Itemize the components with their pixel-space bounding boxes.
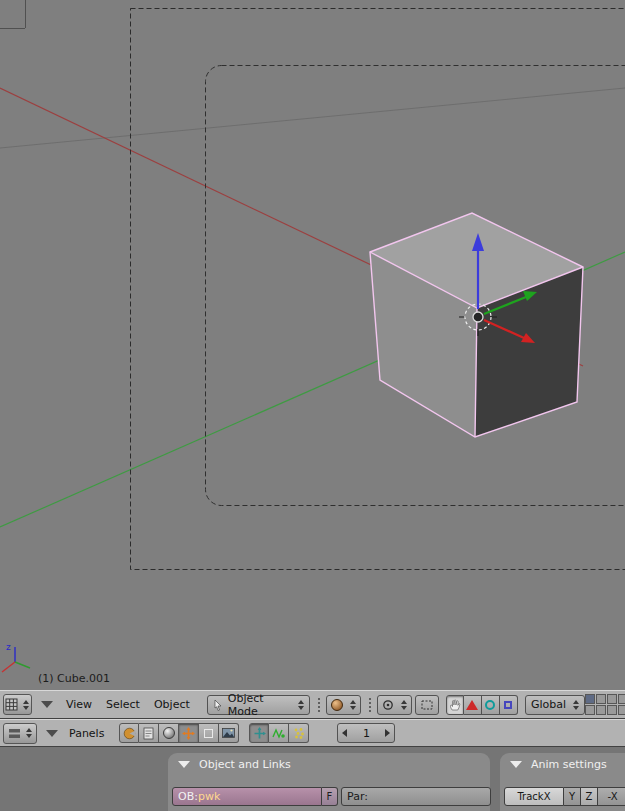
- active-object-info: (1) Cube.001: [38, 672, 110, 685]
- header-grip2[interactable]: [368, 697, 372, 712]
- anim-panel-row: TrackX Y Z -X: [504, 787, 625, 806]
- editor-type-arrows2: [26, 728, 32, 738]
- ob-prefix: OB:: [178, 790, 198, 803]
- 3d-viewport[interactable]: z (1) Cube.001: [0, 0, 625, 690]
- gizmo-y-axis: [15, 662, 30, 668]
- translate-manipulator-button[interactable]: [464, 695, 482, 715]
- panel-collapse-icon[interactable]: [178, 761, 190, 768]
- layers-widget: [585, 694, 625, 715]
- particles-subcontext-icon: [293, 727, 305, 739]
- draw-type-icon: [331, 699, 343, 711]
- editing-context-button[interactable]: [199, 723, 219, 743]
- scene-context-button[interactable]: [219, 723, 239, 743]
- script-context-icon: [143, 727, 154, 740]
- buttons-header: Panels: [0, 719, 625, 747]
- object-context-button[interactable]: [179, 723, 199, 743]
- context-button-group: [119, 723, 239, 743]
- fake-user-button[interactable]: F: [322, 787, 338, 806]
- layer-button[interactable]: [596, 694, 606, 704]
- frame-stepper[interactable]: 1: [337, 723, 395, 743]
- header-grip[interactable]: [317, 697, 321, 712]
- track-x-button[interactable]: TrackX: [504, 787, 564, 806]
- manipulator-hand-icon: [449, 698, 461, 711]
- object-subcontext-button[interactable]: [249, 723, 269, 743]
- layer-button[interactable]: [618, 705, 625, 715]
- layer-button[interactable]: [585, 705, 595, 715]
- layer-button[interactable]: [618, 694, 625, 704]
- grid-line: [0, 88, 625, 148]
- track-negx-button[interactable]: -X: [598, 787, 625, 806]
- draw-type-selector[interactable]: [326, 695, 361, 715]
- ob-name-field[interactable]: OB:pwk: [172, 787, 322, 806]
- editor-buttons-icon: [8, 727, 21, 740]
- menu-select[interactable]: Select: [99, 698, 147, 711]
- rotate-manipulator-button[interactable]: [482, 695, 500, 715]
- layer-button[interactable]: [585, 694, 595, 704]
- editor-3dview-icon: [5, 698, 18, 711]
- manipulator-toggle-group: [446, 695, 518, 715]
- object-and-links-panel: Object and Links OB:pwk F Par:: [168, 753, 490, 811]
- anim-panel-title: Anim settings: [531, 758, 607, 771]
- editor-type-arrows: [23, 700, 29, 710]
- menu-object[interactable]: Object: [147, 698, 197, 711]
- ob-value: pwk: [198, 790, 220, 803]
- mode-selector-label: Object Mode: [228, 692, 291, 718]
- layer-button[interactable]: [596, 705, 606, 715]
- orientation-selector-label: Global: [531, 698, 566, 711]
- pivot-icon: [382, 699, 394, 711]
- editor-type-button[interactable]: [3, 694, 32, 715]
- object-context-icon: [182, 727, 195, 740]
- frame-next-icon[interactable]: [385, 729, 390, 737]
- scale-manipulator-button[interactable]: [500, 695, 518, 715]
- editing-context-icon: [204, 729, 213, 738]
- physics-subcontext-icon: [272, 727, 285, 739]
- header-collapse-icon2[interactable]: [46, 730, 58, 737]
- object-panel-title: Object and Links: [199, 758, 291, 771]
- anim-panel-header[interactable]: Anim settings: [500, 753, 625, 771]
- snap-button[interactable]: [415, 695, 439, 715]
- editor-type-button-buttons[interactable]: [3, 723, 37, 744]
- viewport-scene: z (1) Cube.001: [0, 0, 625, 690]
- script-context-button[interactable]: [139, 723, 159, 743]
- 3dview-header: View Select Object Object Mode: [0, 690, 625, 719]
- gizmo-x-axis: [2, 662, 15, 672]
- track-y-button[interactable]: Y: [564, 787, 581, 806]
- parent-field[interactable]: Par:: [341, 787, 491, 806]
- scene-context-icon: [222, 728, 235, 738]
- orientation-selector[interactable]: Global: [525, 695, 585, 715]
- pivot-selector[interactable]: [377, 695, 412, 715]
- manipulator-center: [473, 312, 483, 322]
- logic-context-icon: [123, 727, 136, 740]
- snap-icon: [421, 700, 433, 710]
- object-panel-row: OB:pwk F Par:: [172, 787, 491, 806]
- shading-context-icon: [163, 727, 175, 739]
- gizmo-z-label: z: [6, 642, 11, 652]
- header-collapse-icon[interactable]: [41, 701, 53, 708]
- track-z-button[interactable]: Z: [581, 787, 598, 806]
- layer-button[interactable]: [607, 694, 617, 704]
- panel-collapse-icon2[interactable]: [510, 761, 522, 768]
- mode-selector[interactable]: Object Mode: [207, 695, 310, 715]
- draw-type-arrows: [350, 700, 356, 710]
- particles-subcontext-button[interactable]: [289, 723, 309, 743]
- anim-settings-panel: Anim settings TrackX Y Z -X: [500, 753, 625, 811]
- mode-selector-arrows: [298, 700, 304, 710]
- logic-context-button[interactable]: [119, 723, 139, 743]
- orientation-arrows: [573, 700, 579, 710]
- manipulator-enable-button[interactable]: [446, 695, 464, 715]
- menu-view[interactable]: View: [59, 698, 99, 711]
- scale-manipulator-icon: [504, 701, 512, 709]
- buttons-window: Object and Links OB:pwk F Par: Anim sett…: [0, 747, 625, 811]
- layer-button[interactable]: [607, 705, 617, 715]
- view-axis-gizmo: z: [2, 642, 30, 672]
- subcontext-button-group: [249, 723, 309, 743]
- translate-manipulator-icon: [466, 700, 478, 710]
- rotate-manipulator-icon: [485, 700, 495, 710]
- physics-subcontext-button[interactable]: [269, 723, 289, 743]
- object-subcontext-icon: [253, 727, 266, 740]
- object-panel-header[interactable]: Object and Links: [168, 753, 490, 771]
- frame-value[interactable]: 1: [347, 727, 385, 740]
- panels-label[interactable]: Panels: [62, 727, 111, 740]
- shading-context-button[interactable]: [159, 723, 179, 743]
- mode-icon: [213, 699, 223, 711]
